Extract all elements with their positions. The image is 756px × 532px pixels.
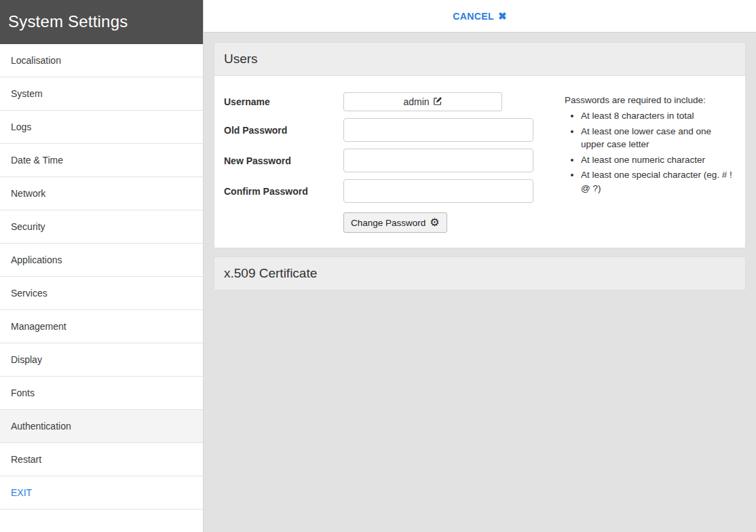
cancel-button-label: CANCEL — [453, 11, 494, 22]
username-field[interactable]: admin — [343, 92, 502, 111]
username-value: admin — [403, 96, 429, 107]
sidebar-title: System Settings — [0, 0, 203, 44]
app-window: System Settings Localisation System Logs… — [0, 0, 756, 532]
password-requirements: Passwords are required to include: At le… — [565, 92, 736, 233]
requirement-item: At least 8 characters in total — [581, 109, 733, 123]
old-password-label: Old Password — [224, 125, 343, 136]
old-password-input[interactable] — [343, 118, 533, 142]
users-panel: Users Username admin — [214, 42, 746, 248]
new-password-label: New Password — [224, 155, 343, 166]
gear-icon: ⚙ — [430, 217, 439, 228]
sidebar-item-display[interactable]: Display — [0, 343, 203, 377]
change-password-button[interactable]: Change Password ⚙ — [343, 212, 447, 233]
sidebar-item-date-time[interactable]: Date & Time — [0, 144, 203, 177]
sidebar-item-management[interactable]: Management — [0, 310, 203, 343]
sidebar-nav: Localisation System Logs Date & Time Net… — [0, 44, 203, 532]
main-area: CANCEL ✖ Users Username admin — [204, 0, 756, 532]
requirements-list: At least 8 characters in total At least … — [565, 109, 733, 195]
close-icon: ✖ — [498, 10, 507, 22]
change-password-label: Change Password — [351, 218, 426, 228]
requirement-item: At least one lower case and one upper ca… — [581, 125, 733, 151]
sidebar-item-services[interactable]: Services — [0, 277, 203, 310]
username-label: Username — [224, 96, 343, 107]
edit-icon — [433, 96, 442, 108]
sidebar-item-network[interactable]: Network — [0, 177, 203, 210]
sidebar-item-security[interactable]: Security — [0, 210, 203, 244]
topbar: CANCEL ✖ — [204, 0, 756, 33]
new-password-input[interactable] — [343, 149, 533, 172]
users-panel-header[interactable]: Users — [214, 43, 745, 76]
sidebar-item-system[interactable]: System — [0, 77, 203, 111]
sidebar-item-authentication[interactable]: Authentication — [0, 410, 203, 443]
certificate-panel-header[interactable]: x.509 Certificate — [214, 257, 745, 290]
sidebar: System Settings Localisation System Logs… — [0, 0, 204, 532]
sidebar-item-localisation[interactable]: Localisation — [0, 44, 203, 77]
confirm-password-input[interactable] — [343, 179, 533, 203]
sidebar-item-applications[interactable]: Applications — [0, 244, 203, 277]
sidebar-item-exit[interactable]: EXIT — [0, 476, 203, 510]
sidebar-item-logs[interactable]: Logs — [0, 111, 203, 144]
certificate-panel: x.509 Certificate — [214, 256, 746, 290]
password-form: Username admin Old Password — [224, 92, 533, 233]
users-panel-body: Username admin Old Password — [214, 76, 745, 248]
sidebar-item-fonts[interactable]: Fonts — [0, 377, 203, 410]
confirm-password-label: Confirm Password — [224, 186, 343, 197]
cancel-button[interactable]: CANCEL ✖ — [453, 10, 507, 22]
requirement-item: At least one numeric character — [581, 153, 733, 167]
content: Users Username admin — [204, 33, 756, 532]
requirement-item: At least one special character (eg. # ! … — [581, 168, 733, 195]
sidebar-item-restart[interactable]: Restart — [0, 443, 203, 476]
requirements-intro: Passwords are required to include: — [565, 95, 733, 105]
